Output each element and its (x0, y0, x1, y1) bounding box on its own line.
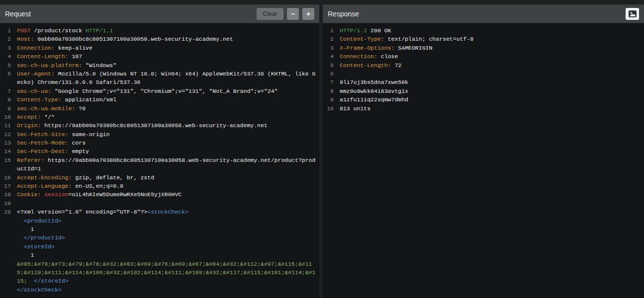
code-line: 13Sec-Fetch-Mode: cors (0, 139, 319, 147)
line-number: 6 (323, 70, 334, 78)
line-number: 1 (0, 26, 11, 35)
line-number: 5 (323, 61, 334, 70)
code-line: 7sec-ch-ua: "Google Chrome";v="131", "Ch… (0, 87, 319, 95)
code-line: </productId> (0, 233, 319, 242)
code-line: 15; </storeId> (0, 277, 319, 285)
response-viewer[interactable]: 1HTTP/1.1 200 OK2Content-Type: text/plai… (323, 23, 644, 298)
line-number: 7 (323, 78, 334, 86)
code-line: 17Accept-Language: en-US,en;q=0.9 (0, 182, 319, 190)
image-icon (629, 10, 637, 17)
line-number: 2 (0, 35, 11, 43)
response-title: Response (328, 10, 359, 18)
code-line: 1 (0, 251, 319, 259)
response-panel: Response 1HTTP/1.1 200 OK2Content-Type: … (323, 4, 644, 298)
line-number: 7 (0, 87, 11, 95)
response-header-actions (626, 8, 639, 20)
code-line: 6User-Agent: Mozilla/5.0 (Windows NT 10.… (0, 70, 319, 78)
line-number: 10 (323, 104, 334, 113)
line-number (0, 78, 11, 86)
code-line: 5;&#119;&#111;&#114;&#100;&#32;&#102;&#1… (0, 268, 319, 277)
code-line: 79li7uj3bs5dna7xwe50k (323, 78, 644, 86)
code-line: uctId=1 (0, 164, 319, 173)
line-number: 16 (0, 173, 11, 182)
line-number: 9 (323, 95, 334, 104)
code-line: 14Sec-Fetch-Dest: empty (0, 147, 319, 155)
increase-font-button[interactable]: + (302, 8, 314, 20)
code-line: 11Origin: https://0abb00a70380bc8c805130… (0, 121, 319, 130)
code-line: </stockCheck> (0, 286, 319, 294)
line-number (0, 286, 11, 294)
line-number: 1 (323, 26, 334, 35)
code-line: 6 (323, 70, 644, 78)
line-number: 6 (0, 70, 11, 78)
code-line: 15Referer: https://0abb00a70380bc8c80513… (0, 156, 319, 164)
code-line: <storeId> (0, 242, 319, 251)
line-number (0, 268, 11, 277)
request-panel: Request Clear − + 1POST /product/stock H… (0, 4, 319, 298)
panel-divider[interactable] (319, 4, 323, 298)
code-line: 8Content-Type: application/xml (0, 95, 319, 104)
code-line: <productId> (0, 217, 319, 225)
line-number: 10 (0, 113, 11, 121)
request-editor[interactable]: 1POST /product/stock HTTP/1.12Host: 0abb… (0, 23, 319, 298)
code-line: 8mmz0u9wkk04i83avtgix (323, 87, 644, 95)
code-line: 2Content-Type: text/plain; charset=utf-8 (323, 35, 644, 43)
line-number: 11 (0, 121, 11, 130)
code-line: 12Sec-Fetch-Site: same-origin (0, 130, 319, 139)
line-number: 3 (323, 44, 334, 52)
line-number: 12 (0, 130, 11, 139)
response-header: Response (323, 4, 644, 23)
line-number: 19 (0, 199, 11, 208)
code-line: 2Host: 0abb00a70380bc8c8051307100a30058.… (0, 35, 319, 43)
code-line: 9a1zfu11iq22sqmw7dmhd (323, 95, 644, 104)
code-line: 5Content-Length: 72 (323, 61, 644, 70)
line-number: 18 (0, 190, 11, 199)
line-number: 15 (0, 156, 11, 164)
request-title: Request (5, 10, 31, 18)
code-line: 3X-Frame-Options: SAMEORIGIN (323, 44, 644, 52)
decrease-font-button[interactable]: − (287, 8, 299, 20)
line-number (0, 277, 11, 285)
code-line: ecko) Chrome/131.0.0.0 Safari/537.36 (0, 78, 319, 86)
line-number: 20 (0, 208, 11, 216)
code-line: 10813 units (323, 104, 644, 113)
request-header: Request Clear − + (0, 4, 319, 23)
line-number (0, 164, 11, 173)
line-number (0, 251, 11, 259)
clear-button[interactable]: Clear (257, 8, 283, 20)
code-line: 1POST /product/stock HTTP/1.1 (0, 26, 319, 35)
code-line: 4Content-Length: 107 (0, 52, 319, 61)
code-line: 9sec-ch-ua-mobile: ?0 (0, 104, 319, 113)
code-line: 1 (0, 225, 319, 233)
line-number: 9 (0, 104, 11, 113)
line-number: 17 (0, 182, 11, 190)
line-number: 8 (323, 87, 334, 95)
code-line: &#85;&#78;&#73;&#79;&#78;&#32;&#83;&#69;… (0, 260, 319, 268)
code-line: 3Connection: keep-alive (0, 44, 319, 52)
line-number: 13 (0, 139, 11, 147)
code-line: 5sec-ch-ua-platform: "Windows" (0, 61, 319, 70)
code-line: 19 (0, 199, 319, 208)
line-number: 5 (0, 61, 11, 70)
code-line: 10Accept: */* (0, 113, 319, 121)
line-number (0, 242, 11, 251)
line-number: 4 (323, 52, 334, 61)
line-number: 14 (0, 147, 11, 155)
line-number (0, 260, 11, 268)
request-header-actions: Clear − + (257, 8, 314, 20)
line-number: 3 (0, 44, 11, 52)
line-number (0, 217, 11, 225)
line-number (0, 225, 11, 233)
http-message-viewer: Request Clear − + 1POST /product/stock H… (0, 0, 644, 298)
line-number: 8 (0, 95, 11, 104)
render-image-button[interactable] (626, 8, 639, 20)
code-line: 1HTTP/1.1 200 OK (323, 26, 644, 35)
code-line: 20<?xml version="1.0" encoding="UTF-8"?>… (0, 208, 319, 216)
line-number (0, 233, 11, 242)
code-line: 16Accept-Encoding: gzip, deflate, br, zs… (0, 173, 319, 182)
line-number: 2 (323, 35, 334, 43)
code-line: 18Cookie: session=oiL4hKIeW5DumeRwRXe5No… (0, 190, 319, 199)
line-number: 4 (0, 52, 11, 61)
code-line: 4Connection: close (323, 52, 644, 61)
